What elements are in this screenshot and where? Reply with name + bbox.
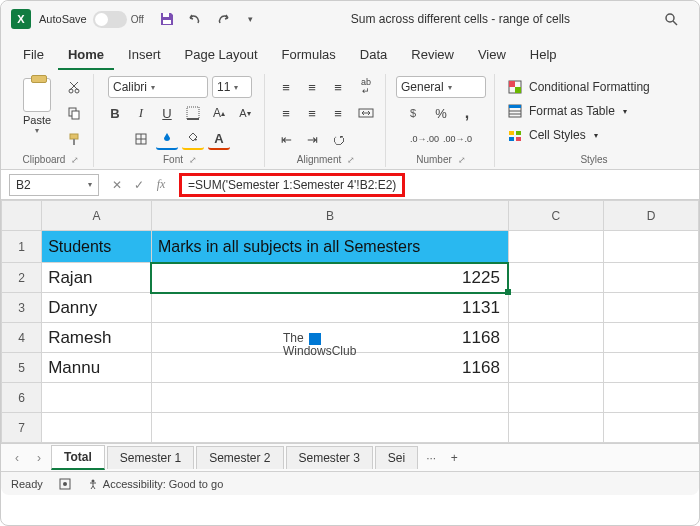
column-header[interactable]: C xyxy=(508,201,603,231)
align-right-icon[interactable]: ≡ xyxy=(327,102,349,124)
sheet-tab-total[interactable]: Total xyxy=(51,445,105,470)
cell[interactable]: Marks in all subjects in all Semesters xyxy=(151,231,508,263)
borders-icon[interactable] xyxy=(130,128,152,150)
undo-icon[interactable] xyxy=(186,10,204,28)
cell[interactable] xyxy=(603,323,698,353)
cell[interactable] xyxy=(508,383,603,413)
merge-center-icon[interactable] xyxy=(355,102,377,124)
decrease-font-icon[interactable]: A▾ xyxy=(234,102,256,124)
cell[interactable] xyxy=(42,413,152,443)
cell[interactable]: Students xyxy=(42,231,152,263)
cell[interactable] xyxy=(151,413,508,443)
cell[interactable] xyxy=(603,413,698,443)
format-painter-icon[interactable] xyxy=(63,128,85,150)
cell[interactable] xyxy=(42,383,152,413)
cell[interactable] xyxy=(603,263,698,293)
add-sheet-icon[interactable]: + xyxy=(444,451,464,465)
toggle-switch-icon[interactable] xyxy=(93,11,127,28)
tab-data[interactable]: Data xyxy=(350,41,397,70)
cell[interactable]: Ramesh xyxy=(42,323,152,353)
cell[interactable] xyxy=(603,353,698,383)
active-cell[interactable]: 1225 xyxy=(151,263,508,293)
cell[interactable] xyxy=(508,263,603,293)
cell[interactable] xyxy=(508,353,603,383)
row-header[interactable]: 5 xyxy=(2,353,42,383)
column-header[interactable]: B xyxy=(151,201,508,231)
font-color-icon[interactable]: A xyxy=(208,128,230,150)
cell[interactable] xyxy=(151,383,508,413)
cell[interactable] xyxy=(603,231,698,263)
accounting-format-icon[interactable]: $ xyxy=(404,102,426,124)
tab-view[interactable]: View xyxy=(468,41,516,70)
font-size-select[interactable]: 11▾ xyxy=(212,76,252,98)
accessibility-status[interactable]: Accessibility: Good to go xyxy=(87,478,223,490)
cell[interactable]: Danny xyxy=(42,293,152,323)
cell[interactable] xyxy=(603,383,698,413)
cell[interactable] xyxy=(508,231,603,263)
sheet-tab[interactable]: Sei xyxy=(375,446,418,469)
insert-function-icon[interactable]: fx xyxy=(151,175,171,195)
format-as-table-button[interactable]: Format as Table▾ xyxy=(505,100,629,122)
increase-decimal-icon[interactable]: .0→.00 xyxy=(410,128,439,150)
cancel-formula-icon[interactable]: ✕ xyxy=(107,175,127,195)
dialog-launcher-icon[interactable]: ⤢ xyxy=(458,155,466,165)
row-header[interactable]: 2 xyxy=(2,263,42,293)
fill-color-icon[interactable] xyxy=(182,128,204,150)
tab-help[interactable]: Help xyxy=(520,41,567,70)
dialog-launcher-icon[interactable]: ⤢ xyxy=(347,155,355,165)
font-name-select[interactable]: Calibri▾ xyxy=(108,76,208,98)
save-icon[interactable] xyxy=(158,10,176,28)
cell[interactable] xyxy=(603,293,698,323)
underline-button[interactable]: U xyxy=(156,102,178,124)
sheet-tab[interactable]: Semester 3 xyxy=(286,446,373,469)
chevron-down-icon[interactable]: ▾ xyxy=(35,126,39,135)
dialog-launcher-icon[interactable]: ⤢ xyxy=(189,155,197,165)
tab-nav-next-icon[interactable]: › xyxy=(29,451,49,465)
tab-home[interactable]: Home xyxy=(58,41,114,70)
cell[interactable] xyxy=(508,413,603,443)
border-button[interactable] xyxy=(182,102,204,124)
row-header[interactable]: 3 xyxy=(2,293,42,323)
theme-color-icon[interactable] xyxy=(156,128,178,150)
macro-record-icon[interactable] xyxy=(59,478,71,490)
name-box[interactable]: B2 ▾ xyxy=(9,174,99,196)
tab-review[interactable]: Review xyxy=(401,41,464,70)
row-header[interactable]: 1 xyxy=(2,231,42,263)
autosave-toggle[interactable]: AutoSave Off xyxy=(39,11,144,28)
tab-nav-prev-icon[interactable]: ‹ xyxy=(7,451,27,465)
increase-font-icon[interactable]: A▴ xyxy=(208,102,230,124)
cell[interactable]: Mannu xyxy=(42,353,152,383)
cell-styles-button[interactable]: Cell Styles▾ xyxy=(505,124,600,146)
cell[interactable]: Rajan xyxy=(42,263,152,293)
cell[interactable]: 1168 xyxy=(151,323,508,353)
increase-indent-icon[interactable]: ⇥ xyxy=(301,128,323,150)
align-left-icon[interactable]: ≡ xyxy=(275,102,297,124)
tab-file[interactable]: File xyxy=(13,41,54,70)
column-header[interactable]: A xyxy=(42,201,152,231)
sheet-tab[interactable]: Semester 2 xyxy=(196,446,283,469)
enter-formula-icon[interactable]: ✓ xyxy=(129,175,149,195)
spreadsheet-grid[interactable]: A B C D 1 Students Marks in all subjects… xyxy=(1,200,699,443)
number-format-select[interactable]: General▾ xyxy=(396,76,486,98)
search-icon[interactable] xyxy=(661,9,681,29)
tab-formulas[interactable]: Formulas xyxy=(272,41,346,70)
cell[interactable]: 1168 xyxy=(151,353,508,383)
tab-page-layout[interactable]: Page Layout xyxy=(175,41,268,70)
copy-icon[interactable] xyxy=(63,102,85,124)
percent-format-icon[interactable]: % xyxy=(430,102,452,124)
decrease-decimal-icon[interactable]: .00→.0 xyxy=(443,128,472,150)
align-center-icon[interactable]: ≡ xyxy=(301,102,323,124)
align-top-icon[interactable]: ≡ xyxy=(275,76,297,98)
dialog-launcher-icon[interactable]: ⤢ xyxy=(71,155,79,165)
column-header[interactable]: D xyxy=(603,201,698,231)
qat-dropdown-icon[interactable]: ▾ xyxy=(242,10,260,28)
tab-insert[interactable]: Insert xyxy=(118,41,171,70)
align-middle-icon[interactable]: ≡ xyxy=(301,76,323,98)
cut-icon[interactable] xyxy=(63,76,85,98)
sheet-tab[interactable]: Semester 1 xyxy=(107,446,194,469)
row-header[interactable]: 7 xyxy=(2,413,42,443)
tabs-overflow-icon[interactable]: ··· xyxy=(420,451,442,465)
redo-icon[interactable] xyxy=(214,10,232,28)
orientation-icon[interactable]: ⭯ xyxy=(327,128,349,150)
comma-format-icon[interactable]: , xyxy=(456,102,478,124)
